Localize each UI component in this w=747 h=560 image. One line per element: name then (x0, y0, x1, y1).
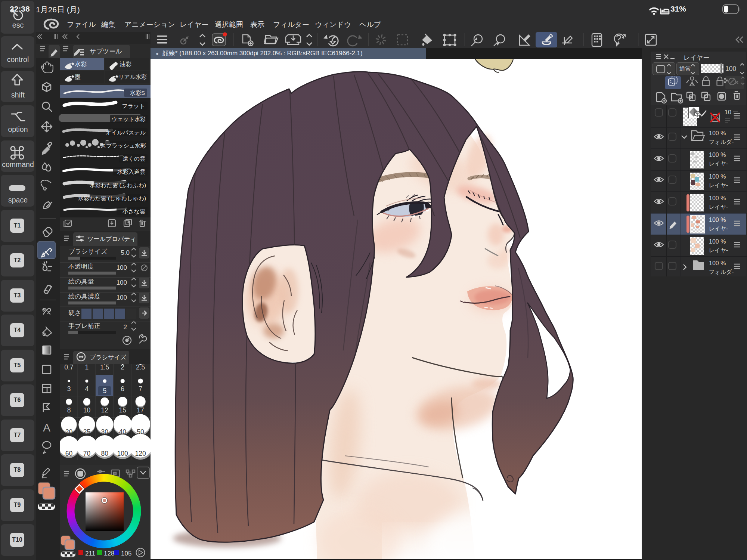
svg-text:2.5: 2.5 (136, 363, 145, 371)
svg-text:2: 2 (124, 324, 127, 331)
svg-text:60: 60 (65, 450, 73, 457)
svg-text:211: 211 (85, 550, 95, 557)
svg-text:0.7: 0.7 (64, 363, 73, 371)
svg-text:1: 1 (85, 363, 89, 371)
svg-text:不透明度: 不透明度 (68, 263, 94, 270)
svg-text:4: 4 (85, 385, 89, 393)
svg-text:遠くの雲: 遠くの雲 (123, 155, 145, 162)
svg-text:30: 30 (101, 428, 109, 436)
svg-text:5.0: 5.0 (121, 249, 130, 256)
svg-text:15: 15 (119, 406, 126, 414)
svg-text:フラット: フラット (122, 103, 145, 109)
svg-text:1.5: 1.5 (100, 363, 109, 371)
svg-text:オイルパステル: オイルパステル (106, 129, 146, 136)
svg-text:100: 100 (117, 450, 128, 457)
svg-text:硬さ: 硬さ (68, 309, 81, 316)
svg-text:70: 70 (83, 450, 91, 457)
svg-text:ブラシサイズ: ブラシサイズ (68, 248, 108, 255)
svg-text:20: 20 (65, 428, 73, 436)
svg-text:水彩わた雲 (しゅわしゅわ): 水彩わた雲 (しゅわしゅわ) (78, 195, 146, 201)
svg-text:100: 100 (117, 294, 127, 301)
svg-text:12: 12 (101, 406, 108, 414)
svg-text:水彩S: 水彩S (130, 90, 145, 96)
svg-text:ウェット水彩: ウェット水彩 (112, 116, 146, 122)
svg-text:小さな雲: 小さな雲 (122, 208, 145, 214)
svg-text:絵の具量: 絵の具量 (68, 278, 94, 285)
svg-text:100: 100 (117, 264, 127, 271)
svg-text:手ブレ補正: 手ブレ補正 (68, 322, 100, 329)
svg-text:10: 10 (83, 406, 91, 414)
svg-text:A: A (43, 421, 50, 434)
svg-text:6: 6 (121, 385, 124, 393)
svg-text:100: 100 (117, 279, 127, 286)
svg-text:5: 5 (103, 387, 106, 395)
svg-text:水彩入道雲: 水彩入道雲 (117, 168, 145, 175)
svg-text:80: 80 (101, 450, 109, 457)
svg-text:スプラッシュ水彩: スプラッシュ水彩 (100, 142, 146, 149)
svg-text:128: 128 (104, 550, 114, 557)
svg-text:17: 17 (137, 406, 144, 414)
svg-text:水彩わた雲 (ふわふわ): 水彩わた雲 (ふわふわ) (90, 182, 146, 188)
svg-text:3: 3 (67, 385, 71, 393)
svg-text:40: 40 (119, 428, 126, 436)
svg-text:2: 2 (121, 363, 124, 371)
svg-text:25: 25 (83, 428, 90, 436)
svg-text:7: 7 (139, 385, 142, 393)
svg-text:絵の具濃度: 絵の具濃度 (68, 293, 100, 300)
svg-text:50: 50 (137, 428, 144, 436)
svg-text:8: 8 (67, 406, 71, 414)
svg-text:105: 105 (121, 550, 131, 557)
svg-text:120: 120 (135, 450, 146, 457)
